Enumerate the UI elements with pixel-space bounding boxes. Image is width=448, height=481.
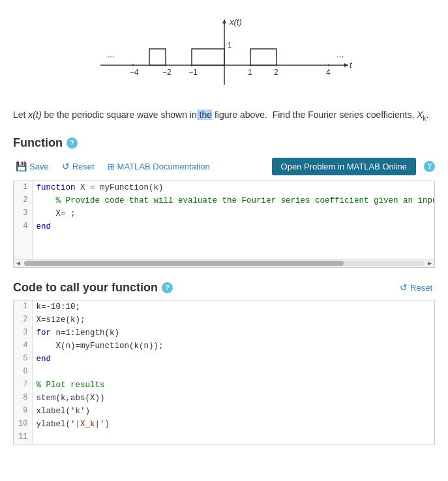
call-reset-button[interactable]: ↺ Reset xyxy=(397,281,435,294)
call-line-2: 2 X=size(k); xyxy=(14,313,434,327)
variable-xt: x(t) xyxy=(28,109,41,120)
call-reset-icon: ↺ xyxy=(400,282,408,293)
call-line-6: 6 xyxy=(14,366,434,379)
doc-icon: ⊞ xyxy=(108,162,115,171)
call-line-9: 9 xlabel('k') xyxy=(14,405,434,418)
matlab-doc-button[interactable]: ⊞ MATLAB Documentation xyxy=(105,160,213,173)
code-line-2: 2 % Provide code that will evaluate the … xyxy=(14,194,435,207)
ellipsis-right: ... xyxy=(336,49,344,59)
ellipsis-left: ... xyxy=(107,49,115,59)
square-wave-graph: x(t) 1 t −4 −2 −1 1 2 4 ... ... xyxy=(87,13,361,98)
call-title: Code to call your function xyxy=(13,281,158,295)
toolbar-help-icon[interactable]: ? xyxy=(424,161,435,172)
call-help-icon[interactable]: ? xyxy=(162,282,173,293)
call-line-11: 11 xyxy=(14,431,434,444)
code-line-3: 3 X= ; xyxy=(14,207,435,220)
call-line-7: 7 % Plot results xyxy=(14,379,434,392)
scroll-track xyxy=(24,261,424,266)
call-section: Code to call your function ? ↺ Reset 1 k… xyxy=(13,281,435,445)
svg-text:1: 1 xyxy=(248,68,252,77)
save-icon: 💾 xyxy=(16,161,27,171)
svg-text:−1: −1 xyxy=(188,68,198,77)
function-toolbar: 💾 Save ↺ Reset ⊞ MATLAB Documentation Op… xyxy=(13,158,435,175)
call-code-lines: 1 k=-10:10; 2 X=size(k); 3 for n=1:lengt… xyxy=(14,300,434,444)
highlight-the: the xyxy=(197,109,212,120)
description-text: Let x(t) be the periodic square wave sho… xyxy=(13,108,435,123)
reset-button[interactable]: ↺ Reset xyxy=(59,160,97,173)
function-heading: Function ? xyxy=(13,136,435,150)
svg-rect-17 xyxy=(192,49,224,65)
graph-container: x(t) 1 t −4 −2 −1 1 2 4 ... ... xyxy=(13,13,435,98)
function-code-editor[interactable]: 1 function X = myFunction(k) 2 % Provide… xyxy=(13,181,435,268)
code-line-5 xyxy=(14,233,435,246)
call-header: Code to call your function ? ↺ Reset xyxy=(13,281,435,295)
call-line-8: 8 stem(k,abs(X)) xyxy=(14,392,434,405)
scroll-left-arrow[interactable]: ◀ xyxy=(14,259,23,267)
code-line-6 xyxy=(14,246,435,259)
call-line-5: 5 end xyxy=(14,353,434,366)
svg-marker-3 xyxy=(222,20,226,23)
function-code-lines: 1 function X = myFunction(k) 2 % Provide… xyxy=(14,181,435,259)
function-scrollbar[interactable]: ◀ ▶ xyxy=(14,259,434,267)
scroll-right-arrow[interactable]: ▶ xyxy=(425,259,434,267)
subscript-k: k xyxy=(423,115,426,122)
open-matlab-button[interactable]: Open Problem in MATLAB Online xyxy=(272,158,416,175)
save-button[interactable]: 💾 Save xyxy=(13,160,52,173)
svg-rect-16 xyxy=(149,49,166,65)
code-line-1: 1 function X = myFunction(k) xyxy=(14,181,435,194)
svg-rect-18 xyxy=(250,49,276,65)
svg-text:2: 2 xyxy=(274,68,278,77)
function-title: Function xyxy=(13,136,63,150)
x-axis-label: t xyxy=(350,60,353,70)
call-line-1: 1 k=-10:10; xyxy=(14,300,434,313)
call-code-editor[interactable]: 1 k=-10:10; 2 X=size(k); 3 for n=1:lengt… xyxy=(13,300,435,445)
function-section: Function ? 💾 Save ↺ Reset ⊞ MATLAB Docum… xyxy=(13,136,435,268)
call-line-4: 4 X(n)=myFunction(k(n)); xyxy=(14,340,434,353)
scroll-thumb xyxy=(24,261,344,266)
svg-marker-1 xyxy=(344,63,348,67)
y-one-label: 1 xyxy=(228,41,231,49)
svg-text:−4: −4 xyxy=(130,68,139,77)
call-heading: Code to call your function ? xyxy=(13,281,173,295)
svg-text:−2: −2 xyxy=(162,68,172,77)
call-line-10: 10 ylabel('|X_k|') xyxy=(14,418,434,431)
code-line-4: 4 end xyxy=(14,220,435,233)
call-line-3: 3 for n=1:length(k) xyxy=(14,327,434,340)
svg-text:4: 4 xyxy=(326,68,331,77)
reset-icon: ↺ xyxy=(62,161,70,171)
function-help-icon[interactable]: ? xyxy=(67,138,78,149)
y-axis-label: x(t) xyxy=(229,17,242,27)
